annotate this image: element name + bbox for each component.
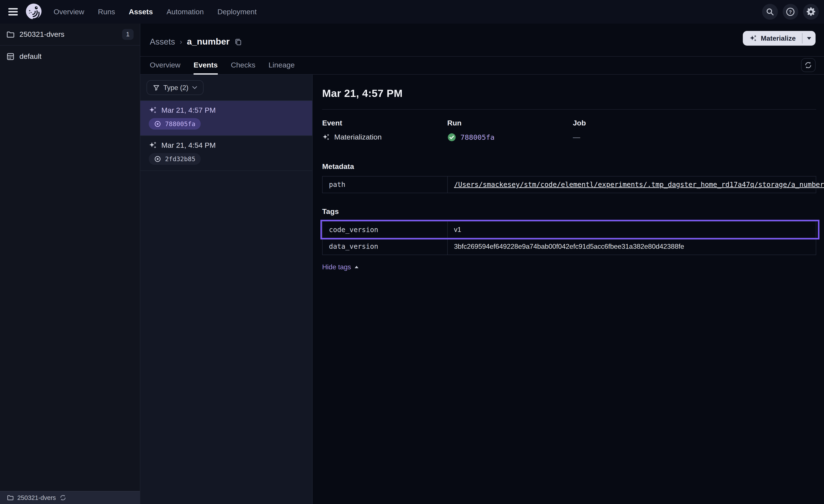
tag-row-code-version: code_version v1: [323, 222, 816, 238]
event-list-item[interactable]: Mar 21, 4:57 PM 788005fa: [140, 101, 312, 136]
event-detail-panel: Mar 21, 4:57 PM Event Materialization Ru…: [313, 75, 824, 504]
tag-value: v1: [448, 222, 816, 238]
materialize-label: Materialize: [761, 34, 796, 42]
gear-icon: [807, 7, 815, 16]
run-id-badge[interactable]: 788005fa: [149, 118, 201, 130]
funnel-icon: [153, 84, 160, 91]
event-list-panel: Type (2) Mar 21, 4:57 PM 788005fa: [140, 75, 313, 504]
nav-item-automation[interactable]: Automation: [167, 8, 204, 16]
nav-item-overview[interactable]: Overview: [54, 8, 84, 16]
question-circle-icon: ?: [786, 7, 795, 16]
folder-icon: [7, 494, 14, 501]
menu-icon[interactable]: [5, 4, 21, 20]
top-nav: Overview Runs Assets Automation Deployme…: [0, 0, 824, 24]
page-title: a_number: [187, 36, 229, 47]
materialize-dropdown-button[interactable]: [803, 31, 816, 46]
sparkle-icon: [322, 133, 330, 141]
tags-heading: Tags: [322, 207, 816, 216]
tab-overview[interactable]: Overview: [150, 57, 181, 75]
type-filter-button[interactable]: Type (2): [146, 80, 204, 95]
tag-row-data-version: data_version 3bfc269594ef649228e9a74bab0…: [323, 238, 816, 255]
asset-group-icon: [6, 52, 15, 61]
asset-tabs: Overview Events Checks Lineage: [140, 57, 824, 75]
svg-text:?: ?: [789, 9, 792, 15]
job-value: —: [573, 133, 580, 141]
asset-count-badge: 1: [122, 29, 133, 40]
breadcrumb-assets-link[interactable]: Assets: [150, 37, 175, 46]
tag-value: 3bfc269594ef649228e9a74bab00f042efc91d5a…: [448, 238, 816, 255]
tab-events[interactable]: Events: [194, 57, 218, 75]
metadata-heading: Metadata: [322, 162, 816, 171]
refresh-button[interactable]: [801, 58, 816, 72]
metadata-row: path /Users/smackesey/stm/code/elementl/…: [323, 176, 816, 193]
run-column-header: Run: [447, 119, 573, 127]
metadata-path-link[interactable]: /Users/smackesey/stm/code/elementl/exper…: [454, 180, 824, 188]
breadcrumb: Assets › a_number Materialize: [140, 24, 824, 51]
circle-dot-icon: [154, 155, 161, 163]
event-detail-title: Mar 21, 4:57 PM: [322, 87, 816, 99]
metadata-table: path /Users/smackesey/stm/code/elementl/…: [322, 176, 816, 193]
run-id-badge[interactable]: 2fd32b85: [149, 153, 201, 165]
circle-dot-icon: [154, 120, 161, 128]
refresh-icon: [804, 61, 812, 69]
search-button[interactable]: [762, 4, 778, 20]
copy-asset-name-icon[interactable]: [234, 38, 242, 46]
code-location-label: 250321-dvers: [19, 30, 117, 38]
breadcrumb-separator: ›: [180, 37, 182, 46]
reload-icon[interactable]: [60, 494, 67, 501]
event-column-header: Event: [322, 119, 447, 127]
tag-key: code_version: [323, 222, 448, 238]
tag-key: data_version: [323, 238, 448, 255]
event-summary-columns: Event Materialization Run 788005fa: [322, 119, 816, 142]
run-id-label: 2fd32b85: [165, 155, 195, 163]
sparkle-icon: [749, 34, 757, 42]
settings-button[interactable]: [803, 4, 819, 20]
metadata-key: path: [323, 176, 448, 193]
tab-lineage[interactable]: Lineage: [269, 57, 295, 75]
nav-item-deployment[interactable]: Deployment: [217, 8, 256, 16]
job-column-header: Job: [573, 119, 816, 127]
left-sidebar: 250321-dvers 1 default 250321-dvers: [0, 24, 140, 504]
main-area: Assets › a_number Materialize: [140, 24, 824, 504]
event-timestamp: Mar 21, 4:57 PM: [161, 106, 216, 114]
event-type-label: Materialization: [334, 133, 382, 141]
nav-item-assets[interactable]: Assets: [129, 8, 153, 16]
help-button[interactable]: ?: [783, 4, 799, 20]
sparkle-icon: [149, 106, 157, 114]
caret-down-icon: [807, 36, 812, 40]
sidebar-footer: 250321-dvers: [0, 491, 140, 504]
event-list-item[interactable]: Mar 21, 4:54 PM 2fd32b85: [140, 136, 312, 171]
run-success-icon: [447, 133, 456, 142]
nav-links: Overview Runs Assets Automation Deployme…: [54, 8, 257, 16]
materialize-button[interactable]: Materialize: [743, 31, 816, 46]
event-timestamp: Mar 21, 4:54 PM: [161, 141, 216, 149]
filter-row: Type (2): [140, 75, 312, 101]
sidebar-item-default-group[interactable]: default: [0, 46, 140, 67]
footer-code-location-label: 250321-dvers: [17, 494, 56, 501]
sparkle-icon: [149, 141, 157, 149]
run-id-label: 788005fa: [165, 120, 195, 128]
detail-divider: [322, 109, 816, 110]
hide-tags-link[interactable]: Hide tags: [322, 263, 359, 271]
filter-label: Type (2): [163, 84, 188, 92]
hide-tags-label: Hide tags: [322, 263, 351, 271]
search-icon: [766, 8, 774, 16]
run-id-link[interactable]: 788005fa: [460, 133, 495, 141]
dagster-app: Overview Runs Assets Automation Deployme…: [0, 0, 824, 504]
sidebar-item-code-location[interactable]: 250321-dvers 1: [0, 24, 140, 45]
nav-item-runs[interactable]: Runs: [98, 8, 115, 16]
tags-table: code_version v1 data_version 3bfc269594e…: [322, 221, 816, 255]
dagster-logo-icon[interactable]: [24, 2, 43, 21]
chevron-down-icon: [192, 86, 197, 90]
folder-icon: [6, 30, 15, 39]
asset-group-label: default: [19, 52, 133, 60]
caret-up-icon: [354, 265, 359, 269]
tab-checks[interactable]: Checks: [231, 57, 255, 75]
